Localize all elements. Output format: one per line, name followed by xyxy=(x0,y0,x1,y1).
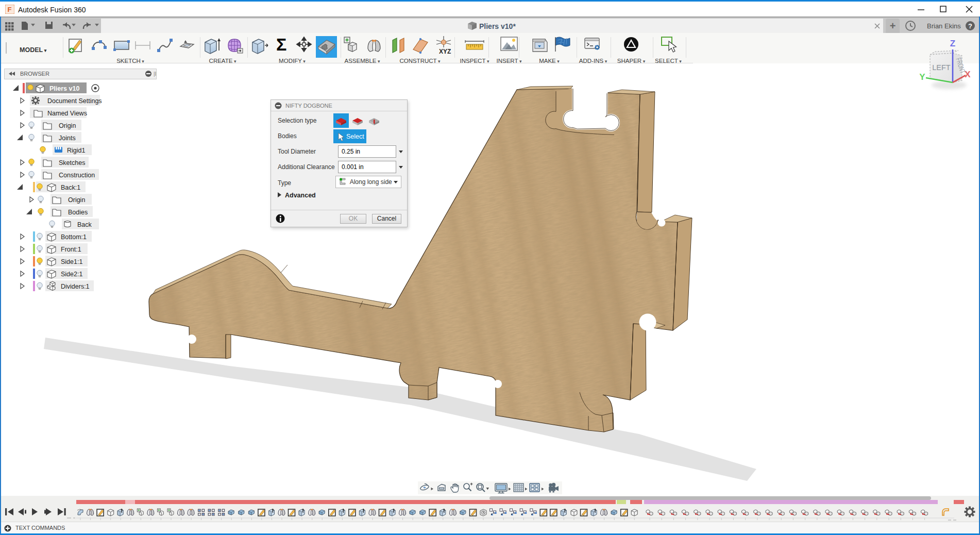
svg-text:Document Settings: Document Settings xyxy=(47,97,102,105)
svg-text:Dividers:1: Dividers:1 xyxy=(61,283,90,290)
svg-text:F: F xyxy=(8,6,12,13)
svg-text:Select: Select xyxy=(346,133,364,140)
svg-text:Sketches: Sketches xyxy=(59,159,85,166)
svg-text:BROWSER: BROWSER xyxy=(20,71,49,77)
svg-text:Joints: Joints xyxy=(59,135,76,142)
svg-text:Back:1: Back:1 xyxy=(61,184,80,191)
svg-text:X: X xyxy=(965,70,971,79)
svg-text:XYZ: XYZ xyxy=(439,48,451,55)
svg-text:Origin: Origin xyxy=(59,122,76,129)
svg-text:Origin: Origin xyxy=(68,196,85,204)
svg-text:?: ? xyxy=(968,22,972,30)
svg-text:LEFT: LEFT xyxy=(932,63,951,72)
svg-text:Front:1: Front:1 xyxy=(61,246,81,253)
svg-text:Pliers v10*: Pliers v10* xyxy=(479,22,516,30)
svg-text:Brian Ekins: Brian Ekins xyxy=(927,22,961,30)
svg-text:NIFTY DOGBONE: NIFTY DOGBONE xyxy=(285,103,332,109)
svg-text:Y: Y xyxy=(919,72,925,82)
svg-text:Side1:1: Side1:1 xyxy=(61,258,82,265)
svg-text:Pliers v10: Pliers v10 xyxy=(49,85,79,92)
svg-text:Σ: Σ xyxy=(276,35,286,54)
svg-text:Named Views: Named Views xyxy=(47,110,87,117)
svg-text:|‖: |‖ xyxy=(154,71,156,77)
svg-text:Side2:1: Side2:1 xyxy=(61,271,82,278)
svg-text:Construction: Construction xyxy=(59,172,95,179)
svg-text:Back: Back xyxy=(77,221,92,228)
svg-text:Rigid1: Rigid1 xyxy=(67,147,85,154)
svg-text:Bodies: Bodies xyxy=(68,209,88,216)
svg-text:Z: Z xyxy=(950,39,955,48)
svg-text:Bottom:1: Bottom:1 xyxy=(61,233,87,241)
